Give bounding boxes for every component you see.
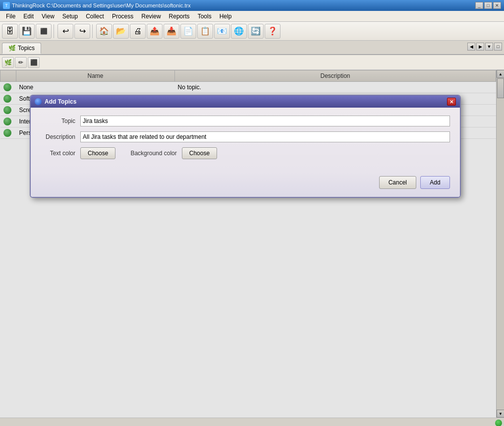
tab-next-button[interactable]: ▶ (476, 43, 484, 51)
window-title: ThinkingRock C:\Documents and Settings\u… (12, 2, 475, 8)
menu-setup[interactable]: Setup (58, 12, 82, 21)
db2-button[interactable]: 💾 (19, 24, 35, 39)
import-button[interactable]: 📥 (164, 24, 179, 39)
web-button[interactable]: 🌐 (231, 24, 247, 39)
help-button[interactable]: ❓ (265, 24, 280, 39)
mail-button[interactable]: 📧 (214, 24, 230, 39)
window-controls: _ □ ✕ (475, 2, 501, 9)
tab-expand-button[interactable]: □ (494, 43, 502, 51)
tab-bar: 🌿 Topics ◀ ▶ ▼ □ (0, 41, 504, 55)
list-button[interactable]: 📋 (197, 24, 213, 39)
add-topics-dialog: Add Topics ✕ Topic Description Text colo… (30, 95, 461, 198)
menu-edit[interactable]: Edit (19, 12, 38, 21)
title-bar: T ThinkingRock C:\Documents and Settings… (0, 0, 504, 11)
topic-form-row: Topic (41, 116, 450, 126)
menu-collect[interactable]: Collect (82, 12, 108, 21)
topics-tab-label: Topics (18, 45, 35, 52)
print-button[interactable]: 🖨 (130, 24, 146, 39)
text-color-label: Text color (41, 150, 80, 157)
minimize-button[interactable]: _ (475, 2, 483, 9)
description-input[interactable] (80, 131, 450, 142)
menu-tools[interactable]: Tools (194, 12, 216, 21)
toolbar-sep-1 (54, 24, 56, 38)
close-button[interactable]: ✕ (493, 2, 501, 9)
edit-topic-button[interactable]: ✏ (15, 57, 27, 68)
tab-controls: ◀ ▶ ▼ □ (467, 43, 502, 51)
choose-bg-color-button[interactable]: Choose (182, 147, 217, 159)
app-icon: T (3, 2, 10, 9)
color-row: Text color Choose Background color Choos… (41, 147, 450, 159)
topic-input[interactable] (80, 116, 450, 126)
house-button[interactable]: 🏠 (96, 24, 112, 39)
add-topic-button[interactable]: 🌿 (2, 57, 14, 68)
tab-menu-button[interactable]: ▼ (485, 43, 493, 51)
sub-toolbar: 🌿 ✏ ⬛ (0, 55, 504, 70)
dialog-footer: Cancel Add (31, 172, 460, 197)
db-button[interactable]: 🗄 (2, 24, 18, 39)
dialog-icon (35, 98, 42, 105)
dialog-title: Add Topics (45, 98, 76, 105)
status-globe-icon (495, 420, 502, 426)
folder-button[interactable]: 📂 (113, 24, 129, 39)
maximize-button[interactable]: □ (484, 2, 492, 9)
main-content: Name Description None No topic. Software… (0, 70, 504, 418)
home-button[interactable]: ⬛ (36, 24, 52, 39)
cancel-button[interactable]: Cancel (379, 176, 416, 189)
menu-file[interactable]: File (2, 12, 19, 21)
tab-topics[interactable]: 🌿 Topics (2, 43, 41, 54)
redo-button[interactable]: ↪ (74, 24, 90, 39)
toolbar-sep-2 (92, 24, 94, 38)
choose-text-color-button[interactable]: Choose (80, 147, 115, 159)
bg-color-label: Background color (130, 150, 176, 157)
dialog-close-button[interactable]: ✕ (447, 98, 456, 106)
description-label: Description (41, 133, 80, 140)
menu-view[interactable]: View (38, 12, 58, 21)
export-button[interactable]: 📤 (147, 24, 163, 39)
pdf-button[interactable]: 📄 (180, 24, 196, 39)
dialog-title-bar: Add Topics ✕ (31, 96, 460, 108)
tab-prev-button[interactable]: ◀ (467, 43, 475, 51)
sync-button[interactable]: 🔄 (248, 24, 264, 39)
delete-topic-button[interactable]: ⬛ (28, 57, 40, 68)
status-bar (0, 418, 504, 426)
toolbar: 🗄 💾 ⬛ ↩ ↪ 🏠 📂 🖨 📤 📥 📄 📋 📧 🌐 🔄 ❓ (0, 22, 504, 41)
dialog-body: Topic Description Text color Choose Back… (31, 108, 460, 172)
menu-review[interactable]: Review (137, 12, 165, 21)
add-button[interactable]: Add (420, 176, 450, 189)
menu-help[interactable]: Help (216, 12, 236, 21)
undo-button[interactable]: ↩ (57, 24, 73, 39)
menu-process[interactable]: Process (108, 12, 137, 21)
topic-label: Topic (41, 118, 80, 124)
topics-tab-icon: 🌿 (8, 45, 16, 52)
menu-reports[interactable]: Reports (165, 12, 194, 21)
menu-bar: File Edit View Setup Collect Process Rev… (0, 11, 504, 22)
description-form-row: Description (41, 131, 450, 142)
modal-overlay: Add Topics ✕ Topic Description Text colo… (0, 70, 504, 418)
